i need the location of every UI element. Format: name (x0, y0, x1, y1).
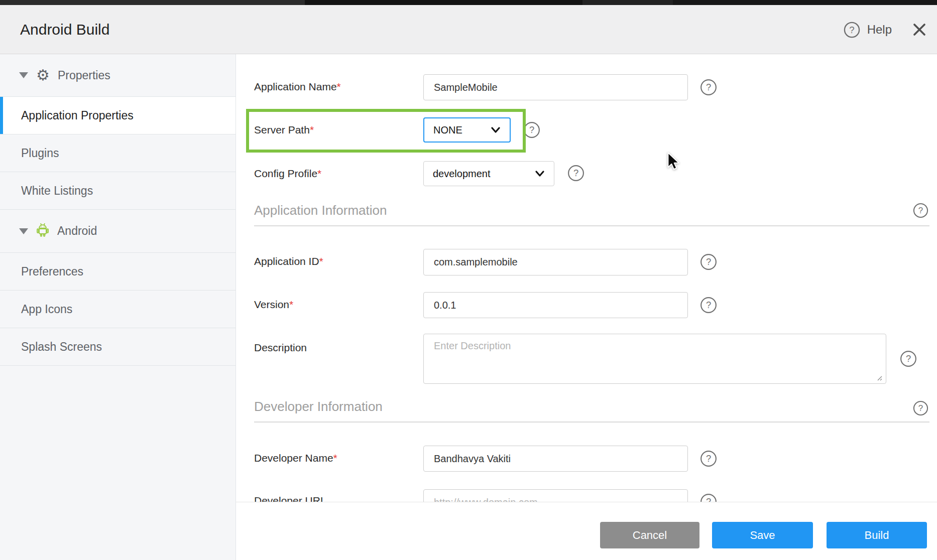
svg-text:?: ? (529, 124, 534, 135)
svg-text:?: ? (573, 168, 578, 178)
save-button[interactable]: Save (712, 522, 813, 548)
server-path-select[interactable]: NONE (423, 117, 511, 143)
version-label: Version* (254, 299, 293, 311)
sidebar-item-label: Splash Screens (21, 340, 102, 354)
sidebar: ⚙ Properties Application Properties Plug… (0, 54, 236, 560)
help-icon[interactable]: ? (844, 22, 860, 38)
application-name-help-icon[interactable]: ? (700, 79, 717, 98)
svg-text:?: ? (906, 353, 911, 364)
server-path-help-icon[interactable]: ? (523, 121, 540, 141)
cancel-button[interactable]: Cancel (600, 522, 699, 548)
developer-name-label: Developer Name* (254, 452, 337, 464)
svg-text:?: ? (706, 300, 711, 310)
dialog-footer: Cancel Save Build (236, 502, 937, 560)
sidebar-item-white-listings[interactable]: White Listings (0, 172, 236, 210)
chevron-down-icon (19, 72, 28, 78)
version-help-icon[interactable]: ? (700, 297, 717, 316)
android-build-dialog: Android Build ? Help ⚙ Properties Appl (0, 0, 937, 560)
android-icon (36, 223, 49, 240)
page-title: Android Build (20, 5, 109, 54)
server-path-label: Server Path* (254, 124, 314, 136)
svg-text:?: ? (706, 82, 711, 92)
chevron-down-icon (491, 124, 501, 136)
version-input[interactable] (423, 292, 688, 318)
svg-text:?: ? (849, 24, 854, 35)
developer-information-help-icon[interactable]: ? (913, 400, 928, 418)
sidebar-item-app-icons[interactable]: App Icons (0, 291, 236, 328)
window-chrome-strip (0, 0, 937, 5)
svg-text:?: ? (918, 206, 923, 215)
close-icon[interactable] (912, 22, 927, 37)
application-information-title: Application Information (254, 203, 387, 218)
application-id-input[interactable] (423, 249, 688, 275)
config-profile-help-icon[interactable]: ? (567, 165, 584, 184)
config-profile-label: Config Profile* (254, 168, 321, 180)
description-label: Description (254, 342, 307, 354)
chevron-down-icon (19, 228, 28, 234)
sidebar-group-android[interactable]: Android (0, 210, 236, 253)
sidebar-item-splash-screens[interactable]: Splash Screens (0, 328, 236, 366)
mouse-cursor (666, 152, 680, 172)
section-divider (254, 422, 929, 423)
svg-text:?: ? (918, 403, 923, 413)
sidebar-item-preferences[interactable]: Preferences (0, 253, 236, 291)
dialog-header: Android Build ? Help (0, 5, 937, 54)
config-profile-select[interactable]: development (423, 161, 554, 186)
sidebar-item-application-properties[interactable]: Application Properties (0, 97, 236, 134)
svg-text:?: ? (706, 256, 711, 267)
sidebar-item-label: Application Properties (21, 109, 134, 122)
description-help-icon[interactable]: ? (900, 350, 917, 369)
build-button[interactable]: Build (827, 522, 927, 548)
application-name-label: Application Name* (254, 81, 341, 93)
application-name-input[interactable] (423, 74, 688, 100)
gear-icon: ⚙ (36, 68, 50, 83)
sidebar-group-properties[interactable]: ⚙ Properties (0, 54, 236, 97)
developer-name-help-icon[interactable]: ? (700, 450, 717, 469)
application-id-help-icon[interactable]: ? (700, 253, 717, 272)
description-textarea[interactable] (423, 334, 886, 384)
chevron-down-icon (535, 168, 545, 180)
developer-name-input[interactable] (423, 446, 688, 472)
sidebar-item-plugins[interactable]: Plugins (0, 134, 236, 172)
sidebar-item-label: Preferences (21, 265, 83, 278)
sidebar-item-label: White Listings (21, 184, 93, 198)
application-information-help-icon[interactable]: ? (913, 203, 928, 220)
sidebar-group-label: Properties (58, 69, 110, 82)
sidebar-item-label: App Icons (21, 303, 72, 316)
sidebar-item-label: Plugins (21, 147, 59, 160)
help-link[interactable]: Help (867, 23, 892, 37)
application-id-label: Application ID* (254, 255, 323, 267)
sidebar-group-label: Android (57, 224, 97, 238)
section-divider (254, 225, 929, 226)
svg-text:?: ? (706, 453, 711, 464)
developer-information-title: Developer Information (254, 399, 383, 414)
